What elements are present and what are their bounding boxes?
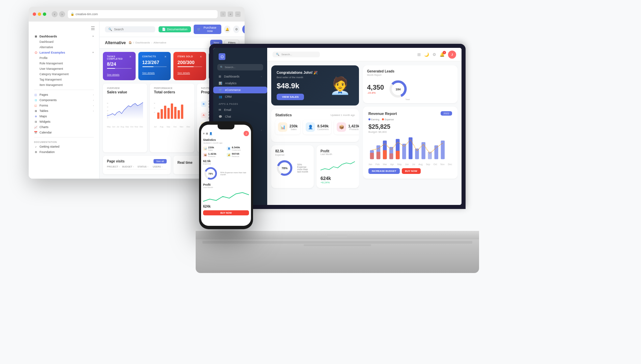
sidebar-item-tables[interactable]: ⊞ Tables › (29, 108, 99, 114)
phone-revenue-val: 59745 (232, 152, 239, 155)
see-all-button[interactable]: See all (154, 159, 167, 163)
chevron-down-icon: ▾ (92, 51, 94, 54)
see-details-contacts[interactable]: See details (142, 71, 155, 74)
svg-rect-33 (441, 141, 445, 159)
sidebar-item-forms[interactable]: ◱ Forms › (29, 103, 99, 108)
close-btn[interactable] (33, 12, 36, 16)
phone-stats-title: Statistics (203, 138, 249, 142)
sales-chart-card: OVERVIEW Sales value (103, 84, 147, 152)
close-icon[interactable]: ✕ (129, 55, 132, 58)
laptop-topbar-search[interactable]: 🔍 Search... (273, 52, 320, 57)
revenue-report-card: Revenue Report 2022 Earning Expense $25,… (363, 107, 457, 179)
phone-body: ≡ ⊞ 👤 J Statistics Updated 1 month ago 📊… (199, 121, 253, 229)
sidebar-item-tag[interactable]: Tag Management (29, 77, 99, 82)
documentation-button[interactable]: 📄 Documentation (159, 26, 191, 32)
sidebar-item-profile[interactable]: Profile (29, 55, 99, 61)
phone-donut-chart: 78% (203, 166, 218, 181)
sidebar-item-user[interactable]: User Management (29, 66, 99, 71)
forward-btn[interactable]: › (59, 11, 65, 17)
laptop-nav-ecommerce[interactable]: 🛒 eCommerce (213, 87, 267, 93)
sidebar-item-item[interactable]: Item Management (29, 82, 99, 88)
fullscreen-btn[interactable] (43, 12, 46, 16)
sidebar-item-dashboard[interactable]: Dashboard (29, 39, 99, 44)
laptop-left-panel: Congratulations John! 🎉 Best seller of t… (271, 65, 359, 201)
see-details-items[interactable]: See details (177, 71, 190, 74)
chat-icon: 💬 (219, 115, 222, 118)
view-sales-button[interactable]: VIEW SALES (277, 94, 304, 100)
laptop-nav-crm[interactable]: 👥 CRM (213, 93, 267, 100)
notifications-icon[interactable]: 🔔 (224, 26, 230, 33)
stat-label-tasks: TASKS COMPLETED (107, 55, 129, 60)
phone-customers-icon: 👤 (227, 147, 231, 151)
year-selector-button[interactable]: 2022 (441, 111, 452, 116)
sales-chart-xaxis: MayJunJulAugSepOctNovDec (107, 126, 143, 128)
topnav-actions: 📄 Documentation 🛒 Purchase now 🔔 ⚙ A Adm… (159, 25, 245, 34)
back-btn[interactable]: ‹ (52, 11, 58, 17)
sidebar-item-foundation[interactable]: ⚙ Foundation (29, 149, 99, 155)
url-text: creative-tim.com (76, 12, 98, 16)
increase-budget-button[interactable]: INCREASE BUDGET (368, 168, 400, 174)
search-input[interactable] (114, 28, 152, 31)
sidebar-item-alternative[interactable]: Alternative (29, 44, 99, 50)
moon-icon[interactable]: 🌙 (424, 52, 429, 57)
crm-icon: 👥 (219, 95, 222, 98)
sidebar-item-maps[interactable]: ⊕ Maps (29, 114, 99, 119)
phone-revenue-icon: 💰 (227, 153, 231, 157)
settings-icon[interactable]: ⚙ (233, 26, 240, 33)
sidebar-item-laravel[interactable]: ⬡ Laravel Examples ▾ (29, 50, 99, 55)
settings-icon[interactable]: ⚙ (433, 52, 436, 57)
laptop-main: 🔍 Search... ⊞ 🌙 ⚙ 🔔3 J (267, 48, 462, 205)
browser-url-bar[interactable]: 🔒 creative-tim.com (68, 10, 218, 18)
sidebar-item-components[interactable]: ⊡ Components › (29, 97, 99, 103)
breadcrumb: 🏠 / Dashboards - Alternative (129, 41, 166, 44)
phone-buy-button[interactable]: BUY NOW (203, 210, 249, 215)
purchase-button[interactable]: 🛒 Purchase now (194, 25, 221, 34)
svg-text:50: 50 (107, 107, 108, 108)
sidebar-item-getting-started[interactable]: ♪ Getting started (29, 144, 99, 149)
layout-icon[interactable]: ⊞ (417, 52, 421, 57)
laptop-search[interactable]: 🔍 Search... (217, 64, 263, 70)
sidebar-item-calendar[interactable]: 📅 Calendar (29, 130, 99, 135)
phone-icon-3: 👤 (209, 132, 213, 135)
laptop-right-panel: Generated Leads Month Report 4,350 -15.8… (363, 65, 457, 201)
laptop-nav-email[interactable]: ✉ Email (213, 107, 267, 113)
sidebar-item-role[interactable]: Role Management (29, 61, 99, 66)
laptop-nav-chat[interactable]: 💬 Chat (213, 113, 267, 120)
more-btn[interactable]: ⋯ (235, 11, 241, 17)
stat-value-tasks: 8/24 (107, 61, 132, 67)
leads-title: Generated Leads (367, 69, 453, 73)
laptop-apps-label: APPS & PAGES (213, 100, 267, 107)
svg-rect-28 (409, 137, 412, 159)
components-icon: ⊡ (34, 98, 37, 102)
see-details-tasks[interactable]: See details (107, 73, 119, 76)
chevron-down-icon: ▾ (92, 35, 94, 38)
svg-text:40: 40 (107, 110, 108, 112)
profit-card: Profit Last Month 624k +8.24% (316, 145, 359, 188)
laptop-nav-analytics[interactable]: 📊 Analytics (213, 80, 267, 87)
svg-text:20: 20 (154, 108, 155, 109)
phone-expense-val: 62.5k (203, 159, 249, 163)
sidebar-item-charts[interactable]: 📈 Charts (29, 124, 99, 130)
stat-card-tasks: TASKS COMPLETED ✕ 8/24 See details (103, 52, 136, 80)
sidebar-item-pages[interactable]: ◫ Pages › (29, 92, 99, 97)
sidebar-item-category[interactable]: Category Management (29, 71, 99, 77)
add-tab-btn[interactable]: + (228, 11, 233, 17)
sidebar-item-dashboards[interactable]: ⊞ Dashboards ▾ (29, 34, 99, 39)
laptop-base (196, 239, 479, 273)
sidebar-item-widgets[interactable]: ⊟ Widgets (29, 119, 99, 124)
laptop-user-avatar[interactable]: J (448, 51, 456, 59)
laptop-stat-sales: 📊 230k Sales (275, 120, 300, 134)
breadcrumb-dashboards[interactable]: Dashboards (135, 41, 150, 44)
phone-products-val: 1.423k (208, 152, 216, 155)
user-avatar[interactable]: A (242, 25, 245, 34)
share-btn[interactable]: ↑ (220, 11, 226, 17)
hamburger-icon[interactable]: ☰ (91, 26, 95, 31)
close-icon[interactable]: ✕ (164, 55, 167, 58)
search-box[interactable]: 🔍 (105, 26, 155, 32)
laptop-nav-dashboards[interactable]: ⊞ Dashboards › (213, 73, 267, 80)
bell-icon[interactable]: 🔔3 (440, 52, 445, 57)
phone-stat-customers: 👤 8.549k Customers (227, 146, 249, 151)
buy-now-button[interactable]: BUY NOW (402, 168, 421, 174)
profit-chart (320, 157, 355, 174)
minimize-btn[interactable] (38, 12, 41, 16)
